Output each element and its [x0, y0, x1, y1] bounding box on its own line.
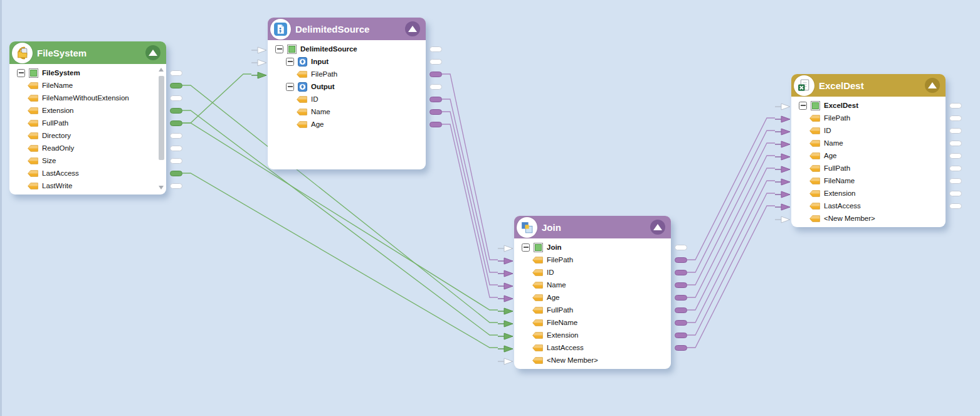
input-port-arrow[interactable] [497, 319, 514, 330]
output-port[interactable] [675, 307, 687, 313]
collapse-minus-icon[interactable] [799, 102, 807, 110]
input-port-arrow[interactable] [497, 331, 514, 343]
collapse-minus-icon[interactable] [286, 58, 294, 66]
tree-row[interactable]: <New Member> [791, 212, 946, 225]
output-port[interactable] [429, 46, 442, 52]
output-port[interactable] [675, 245, 687, 250]
output-port[interactable] [949, 103, 962, 109]
collapse-minus-icon[interactable] [17, 69, 25, 77]
tree-row[interactable]: FullPath [514, 304, 671, 316]
output-port[interactable] [170, 183, 182, 189]
tree-row[interactable]: FilePath [514, 253, 671, 266]
input-port-arrow[interactable] [774, 102, 791, 113]
tree-row[interactable]: FilePath [791, 112, 946, 124]
tree-row[interactable]: FileName [514, 316, 671, 329]
tree-row[interactable]: FileName [791, 174, 946, 187]
input-port-arrow[interactable] [497, 306, 514, 317]
tree-row[interactable]: LastWrite [9, 179, 166, 192]
tree-row[interactable]: Name [268, 105, 426, 118]
tree-row[interactable]: FileSystem [9, 67, 166, 79]
input-port-arrow[interactable] [251, 58, 267, 69]
scrollbar-down-arrow-icon[interactable] [159, 186, 164, 189]
output-port[interactable] [949, 191, 962, 196]
input-port-arrow[interactable] [497, 344, 514, 355]
node-header[interactable]: ExcelDest [791, 74, 946, 97]
collapse-minus-icon[interactable] [286, 83, 294, 91]
tree-row[interactable]: ID [268, 93, 426, 105]
node-header[interactable]: FileSystem [9, 41, 166, 64]
output-port[interactable] [675, 345, 687, 351]
output-port[interactable] [170, 171, 182, 176]
node-header[interactable]: Join [514, 216, 671, 238]
output-port[interactable] [429, 59, 442, 65]
input-port-arrow[interactable] [774, 164, 791, 176]
tree-row[interactable]: ID [514, 266, 671, 279]
output-port[interactable] [675, 282, 687, 288]
scrollbar-up-arrow-icon[interactable] [159, 68, 164, 72]
output-port[interactable] [675, 320, 687, 326]
tree-row[interactable]: Age [514, 291, 671, 304]
tree-row[interactable]: ExcelDest [791, 99, 946, 112]
output-port[interactable] [429, 97, 442, 102]
input-port-arrow[interactable] [774, 189, 791, 201]
input-port-arrow[interactable] [774, 114, 791, 125]
tree-row[interactable]: Output [268, 80, 426, 93]
output-port[interactable] [949, 178, 962, 184]
vertical-scrollbar[interactable] [158, 67, 164, 191]
tree-row[interactable]: ReadOnly [9, 142, 166, 154]
scrollbar-thumb[interactable] [159, 76, 164, 160]
tree-row[interactable]: Input [268, 55, 426, 68]
output-port[interactable] [949, 115, 962, 121]
tree-row[interactable]: Name [791, 137, 946, 149]
tree-row[interactable]: FileNameWithoutExtension [9, 92, 166, 104]
output-port[interactable] [170, 133, 182, 139]
tree-row[interactable]: LastAccess [791, 200, 946, 212]
output-port[interactable] [170, 83, 182, 88]
tree-row[interactable]: FullPath [9, 117, 166, 129]
tree-row[interactable]: Directory [9, 129, 166, 142]
collapse-minus-icon[interactable] [522, 243, 530, 252]
tree-row[interactable]: Join [514, 241, 671, 253]
tree-row[interactable]: FullPath [791, 162, 946, 174]
output-port[interactable] [675, 295, 687, 301]
output-port[interactable] [949, 153, 962, 159]
tree-row[interactable]: Size [9, 154, 166, 167]
output-port[interactable] [949, 141, 962, 146]
node-filesystem[interactable]: FileSystemFileSystemFileNameFileNameWith… [9, 41, 166, 195]
input-port-arrow[interactable] [497, 243, 514, 255]
output-port[interactable] [429, 72, 442, 77]
output-port[interactable] [949, 166, 962, 171]
collapse-minus-icon[interactable] [275, 45, 283, 53]
output-port[interactable] [170, 158, 182, 164]
output-port[interactable] [170, 70, 182, 76]
collapse-button[interactable] [405, 21, 420, 36]
tree-row[interactable]: LastAccess [514, 341, 671, 354]
output-port[interactable] [675, 257, 687, 263]
tree-row[interactable]: Name [514, 279, 671, 291]
collapse-button[interactable] [650, 220, 665, 235]
input-port-arrow[interactable] [497, 269, 514, 280]
output-port[interactable] [170, 108, 182, 114]
node-delimitedsource[interactable]: DelimitedSourceDelimitedSourceInputFileP… [268, 18, 426, 169]
output-port[interactable] [170, 95, 182, 101]
input-port-arrow[interactable] [774, 202, 791, 213]
output-port[interactable] [949, 203, 962, 209]
tree-row[interactable]: Extension [514, 329, 671, 341]
output-port[interactable] [675, 270, 687, 275]
node-header[interactable]: DelimitedSource [268, 18, 426, 40]
tree-row[interactable]: Age [268, 118, 426, 131]
input-port-arrow[interactable] [497, 294, 514, 305]
tree-row[interactable]: <New Member> [514, 354, 671, 366]
input-port-arrow[interactable] [774, 177, 791, 188]
node-join[interactable]: JoinJoinFilePathIDNameAgeFullPathFileNam… [514, 216, 671, 369]
input-port-arrow[interactable] [774, 215, 791, 226]
input-port-arrow[interactable] [497, 256, 514, 267]
input-port-arrow[interactable] [497, 356, 514, 368]
tree-row[interactable]: LastAccess [9, 167, 166, 179]
tree-row[interactable]: Extension [791, 187, 946, 200]
node-exceldest[interactable]: ExcelDestExcelDestFilePathIDNameAgeFullP… [791, 74, 946, 227]
output-port[interactable] [170, 120, 182, 126]
input-port-arrow[interactable] [774, 127, 791, 138]
input-port-arrow[interactable] [497, 281, 514, 292]
output-port[interactable] [429, 122, 442, 127]
